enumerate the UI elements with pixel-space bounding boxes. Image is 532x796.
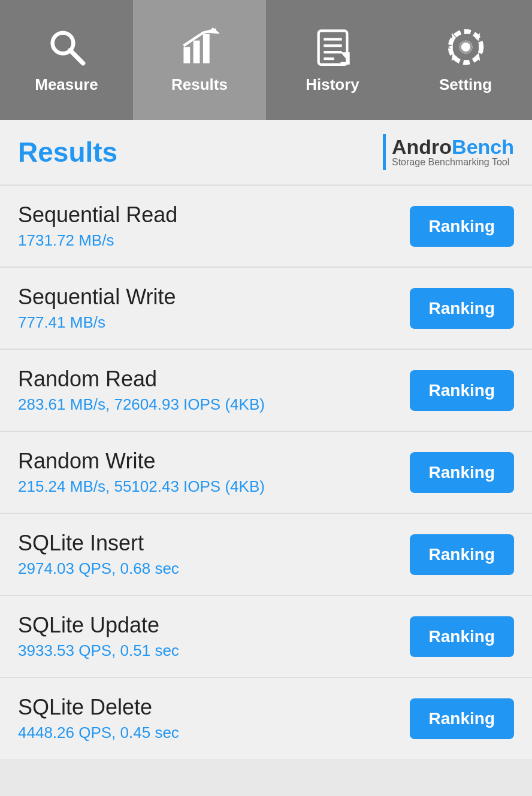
nav-item-measure[interactable]: Measure bbox=[0, 0, 133, 120]
result-info-random-write: Random Write 215.24 MB/s, 55102.43 IOPS … bbox=[18, 449, 265, 496]
result-info-sqlite-insert: SQLite Insert 2974.03 QPS, 0.68 sec bbox=[18, 531, 179, 578]
setting-icon bbox=[445, 26, 486, 68]
results-header: Results AndroBench Storage Benchmarking … bbox=[0, 120, 532, 186]
result-value-sqlite-update: 3933.53 QPS, 0.51 sec bbox=[18, 641, 179, 660]
result-name-random-write: Random Write bbox=[18, 449, 265, 474]
ranking-button-sequential-read[interactable]: Ranking bbox=[410, 206, 514, 247]
results-list: Sequential Read 1731.72 MB/s Ranking Seq… bbox=[0, 186, 532, 759]
result-row-random-write: Random Write 215.24 MB/s, 55102.43 IOPS … bbox=[0, 432, 532, 514]
ranking-button-sqlite-insert[interactable]: Ranking bbox=[410, 534, 514, 575]
result-info-sqlite-update: SQLite Update 3933.53 QPS, 0.51 sec bbox=[18, 613, 179, 660]
svg-marker-11 bbox=[340, 52, 349, 63]
page-title: Results bbox=[18, 136, 117, 168]
brand-name: AndroBench bbox=[392, 137, 514, 157]
result-row-sqlite-insert: SQLite Insert 2974.03 QPS, 0.68 sec Rank… bbox=[0, 514, 532, 596]
ranking-button-random-write[interactable]: Ranking bbox=[410, 452, 514, 493]
nav-label-results: Results bbox=[171, 75, 228, 94]
brand-subtitle: Storage Benchmarking Tool bbox=[392, 157, 509, 168]
content-area: Results AndroBench Storage Benchmarking … bbox=[0, 120, 532, 759]
ranking-button-sqlite-update[interactable]: Ranking bbox=[410, 616, 514, 657]
result-row-sqlite-update: SQLite Update 3933.53 QPS, 0.51 sec Rank… bbox=[0, 596, 532, 678]
svg-rect-2 bbox=[183, 47, 190, 63]
nav-item-setting[interactable]: Setting bbox=[399, 0, 532, 120]
brand-name-blue: Bench bbox=[452, 135, 514, 158]
brand-text: AndroBench Storage Benchmarking Tool bbox=[392, 137, 514, 168]
nav-label-setting: Setting bbox=[439, 75, 492, 94]
svg-point-18 bbox=[461, 43, 470, 52]
result-name-sqlite-insert: SQLite Insert bbox=[18, 531, 179, 556]
result-name-sqlite-update: SQLite Update bbox=[18, 613, 179, 638]
history-icon bbox=[312, 26, 353, 68]
result-row-sqlite-delete: SQLite Delete 4448.26 QPS, 0.45 sec Rank… bbox=[0, 678, 532, 759]
svg-rect-4 bbox=[202, 34, 209, 63]
ranking-button-sequential-write[interactable]: Ranking bbox=[410, 288, 514, 329]
brand-logo: AndroBench Storage Benchmarking Tool bbox=[383, 134, 514, 170]
result-value-sqlite-delete: 4448.26 QPS, 0.45 sec bbox=[18, 724, 179, 742]
ranking-button-random-read[interactable]: Ranking bbox=[410, 370, 514, 411]
brand-name-dark: Andro bbox=[392, 135, 452, 158]
brand-bar bbox=[383, 134, 386, 170]
nav-item-history[interactable]: History bbox=[266, 0, 399, 120]
result-value-random-write: 215.24 MB/s, 55102.43 IOPS (4KB) bbox=[18, 477, 265, 496]
result-value-sqlite-insert: 2974.03 QPS, 0.68 sec bbox=[18, 559, 179, 578]
result-row-sequential-write: Sequential Write 777.41 MB/s Ranking bbox=[0, 268, 532, 350]
nav-item-results[interactable]: Results bbox=[133, 0, 266, 120]
ranking-button-sqlite-delete[interactable]: Ranking bbox=[410, 698, 514, 739]
result-name-random-read: Random Read bbox=[18, 367, 265, 392]
result-info-sequential-write: Sequential Write 777.41 MB/s bbox=[18, 284, 176, 332]
result-info-sqlite-delete: SQLite Delete 4448.26 QPS, 0.45 sec bbox=[18, 695, 179, 742]
result-value-random-read: 283.61 MB/s, 72604.93 IOPS (4KB) bbox=[18, 395, 265, 414]
result-name-sequential-write: Sequential Write bbox=[18, 284, 176, 310]
result-info-sequential-read: Sequential Read 1731.72 MB/s bbox=[18, 202, 177, 250]
result-value-sequential-write: 777.41 MB/s bbox=[18, 313, 176, 332]
result-name-sqlite-delete: SQLite Delete bbox=[18, 695, 179, 720]
nav-bar: Measure Results bbox=[0, 0, 532, 120]
result-info-random-read: Random Read 283.61 MB/s, 72604.93 IOPS (… bbox=[18, 367, 265, 414]
nav-label-measure: Measure bbox=[35, 75, 98, 94]
svg-line-1 bbox=[69, 50, 83, 63]
result-row-sequential-read: Sequential Read 1731.72 MB/s Ranking bbox=[0, 186, 532, 268]
results-icon bbox=[179, 26, 220, 68]
result-row-random-read: Random Read 283.61 MB/s, 72604.93 IOPS (… bbox=[0, 350, 532, 432]
svg-rect-3 bbox=[193, 41, 200, 63]
result-name-sequential-read: Sequential Read bbox=[18, 202, 177, 228]
result-value-sequential-read: 1731.72 MB/s bbox=[18, 231, 177, 250]
nav-label-history: History bbox=[306, 75, 359, 94]
measure-icon bbox=[46, 26, 87, 68]
